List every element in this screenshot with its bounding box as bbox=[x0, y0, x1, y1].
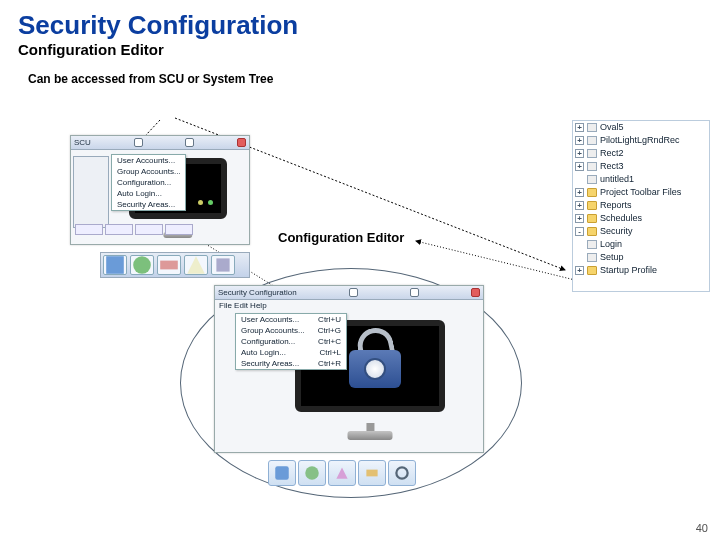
tree-node[interactable]: +Rect2 bbox=[573, 147, 709, 160]
scu-thumbpad bbox=[74, 224, 194, 235]
page-icon bbox=[587, 162, 597, 171]
editor-menubar[interactable]: File Edit Help bbox=[219, 301, 267, 310]
tree-node[interactable]: +Startup Profile bbox=[573, 264, 709, 277]
page-subtitle: Configuration Editor bbox=[0, 41, 720, 64]
page-icon bbox=[587, 123, 597, 132]
scu-window-title: SCU bbox=[74, 138, 91, 147]
tree-node[interactable]: +Oval5 bbox=[573, 121, 709, 134]
tree-node[interactable]: Login bbox=[573, 238, 709, 251]
page-icon bbox=[587, 253, 597, 262]
tool-btn[interactable] bbox=[358, 460, 386, 486]
page-icon bbox=[587, 136, 597, 145]
taskbar-btn[interactable] bbox=[130, 255, 154, 275]
padlock-icon bbox=[349, 328, 401, 388]
taskbar-btn[interactable] bbox=[157, 255, 181, 275]
config-editor-label: Configuration Editor bbox=[278, 230, 404, 245]
scu-titlebar: SCU bbox=[71, 136, 249, 150]
slide-number: 40 bbox=[696, 522, 708, 534]
scu-window: SCU Screen800 x 600 User Accounts... Gro… bbox=[70, 135, 250, 245]
editor-popup-menu[interactable]: User Accounts...Ctrl+U Group Accounts...… bbox=[235, 313, 347, 370]
system-tree[interactable]: +Oval5+PilotLightLgRndRec+Rect2+Rect3unt… bbox=[572, 120, 710, 292]
editor-titlebar: Security Configuration bbox=[215, 286, 483, 300]
tree-node[interactable]: +Schedules bbox=[573, 212, 709, 225]
svg-rect-10 bbox=[366, 470, 377, 477]
folder-icon bbox=[587, 188, 597, 197]
svg-rect-4 bbox=[106, 256, 124, 274]
svg-line-3 bbox=[416, 241, 575, 280]
taskbar-btn[interactable] bbox=[184, 255, 208, 275]
svg-rect-6 bbox=[160, 261, 178, 270]
taskbar-btn[interactable] bbox=[103, 255, 127, 275]
page-icon bbox=[587, 149, 597, 158]
tool-btn[interactable] bbox=[298, 460, 326, 486]
tool-btn[interactable] bbox=[268, 460, 296, 486]
svg-rect-7 bbox=[216, 258, 229, 271]
editor-window: Security Configuration File Edit Help Us… bbox=[214, 285, 484, 453]
folder-icon bbox=[587, 266, 597, 275]
folder-icon bbox=[587, 227, 597, 236]
svg-rect-8 bbox=[275, 466, 289, 480]
scu-aux-taskbar bbox=[100, 252, 250, 278]
editor-aux-toolbar bbox=[268, 460, 416, 486]
scu-popup-menu[interactable]: User Accounts... Group Accounts... Confi… bbox=[111, 154, 186, 211]
tree-node[interactable]: Setup bbox=[573, 251, 709, 264]
tree-node[interactable]: +PilotLightLgRndRec bbox=[573, 134, 709, 147]
tree-node[interactable]: +Reports bbox=[573, 199, 709, 212]
taskbar-btn[interactable] bbox=[211, 255, 235, 275]
page-title: Security Configuration bbox=[0, 0, 720, 41]
tree-node[interactable]: +Rect3 bbox=[573, 160, 709, 173]
tool-btn[interactable] bbox=[328, 460, 356, 486]
page-icon bbox=[587, 240, 597, 249]
folder-icon bbox=[587, 214, 597, 223]
svg-point-9 bbox=[305, 466, 319, 480]
tool-btn[interactable] bbox=[388, 460, 416, 486]
access-note: Can be accessed from SCU or System Tree bbox=[0, 64, 720, 86]
page-icon bbox=[587, 175, 597, 184]
folder-icon bbox=[587, 201, 597, 210]
svg-point-11 bbox=[396, 467, 407, 478]
tree-node[interactable]: untitled1 bbox=[573, 173, 709, 186]
tree-node[interactable]: -Security bbox=[573, 225, 709, 238]
editor-window-title: Security Configuration bbox=[218, 288, 297, 297]
svg-point-5 bbox=[133, 256, 151, 274]
tree-node[interactable]: +Project Toolbar Files bbox=[573, 186, 709, 199]
